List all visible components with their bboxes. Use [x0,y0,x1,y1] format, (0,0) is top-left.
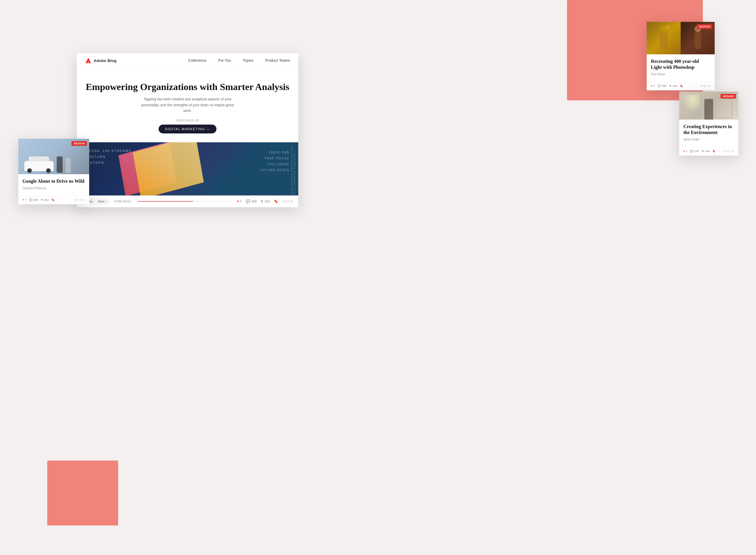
comment-count-photoshop: 193 [662,84,666,87]
article-body-environment: Creating Experiences in the Environment … [679,120,738,147]
hero-section: Empowering Organizations with Smarter An… [77,68,298,142]
comment-icon: 💬 [246,199,250,203]
comment-icon-environment: 💬 [690,150,694,153]
heart-icon-photoshop: ♥ [651,84,653,87]
strip-vertical-text: EMPOWERING ORGANIZATIONS WITH SMARTER AN… [291,142,296,196]
share-action-google[interactable]: ⬆ 214 [41,199,48,201]
read-time: 8 MIN READ [114,200,131,203]
article-title-environment: Creating Experiences in the Environment [683,124,734,135]
article-card-environment: DESIGN Creating Experiences in the Envir… [679,91,738,156]
like-action-environment[interactable]: ♥ 1 [683,150,687,153]
blog-logo-text: Adobe Blog [94,58,117,63]
share-count-environment: 214 [705,150,709,153]
env-figure [704,99,713,120]
person1-figure [57,157,62,173]
art-img-left [647,22,681,54]
comment-action[interactable]: 💬 193 [246,199,257,203]
article-img-photoshop: DESIGN [647,22,715,54]
article-date-google: 10-12-16 [74,199,85,201]
strip-geometric-gold [133,142,204,196]
car-wheel-rear [46,168,51,173]
progress-bar-fill [138,201,194,202]
card-bottom-bar: < Prev Next > 8 MIN READ ♥ 7 💬 193 ⬆ 214… [77,196,298,207]
bottom-actions: ♥ 7 💬 193 ⬆ 214 🔖 10-12-16 [237,199,293,203]
art-figure-left-icon [657,25,671,51]
article-footer-photoshop: ♥ 7 💬 193 ⬆ 214 🔖 10-12-16 [647,82,715,90]
svg-rect-3 [660,33,668,49]
bookmark-action-photoshop[interactable]: 🔖 [680,84,683,87]
nav-topics[interactable]: Topics [243,58,253,62]
article-author-google: Caroline Porteous [23,186,85,190]
comment-action-google[interactable]: 💬 193 [29,199,38,201]
share-icon-photoshop: ⬆ [669,84,672,87]
bookmark-icon-google: 🔖 [51,199,55,201]
bookmark-action[interactable]: 🔖 [274,199,278,203]
share-count-photoshop: 214 [672,84,677,87]
progress-bar [138,201,230,202]
adobe-logo-icon [85,57,91,64]
article-title-photoshop: Recreating 400 year-old Light with Photo… [651,58,711,70]
article-card-google: DESIGN Google About to Drive us Wild Car… [18,139,89,204]
featured-badge[interactable]: DIGITAL MARKETING [159,125,217,133]
article-date: 10-12-16 [282,200,293,203]
comment-count: 193 [252,200,257,203]
comment-count-google: 193 [33,199,38,201]
article-card-photoshop: DESIGN Recreating 400 year-old Light wit… [647,22,715,90]
hero-subtitle: Tapping into both creative and analytica… [137,96,238,114]
comment-action-photoshop[interactable]: 💬 193 [658,84,666,87]
blog-logo: Adobe Blog [85,57,117,64]
svg-rect-6 [695,32,701,49]
share-icon-environment: ⬆ [702,150,704,153]
article-date-environment: 10-12-16 [723,150,734,153]
like-action[interactable]: ♥ 7 [237,199,242,203]
share-icon-google: ⬆ [41,199,43,201]
article-date-photoshop: 10-12-16 [700,84,711,87]
google-car-illustration [24,157,54,171]
main-blog-card: Adobe Blog Collections For You Topics Pr… [77,53,298,207]
article-footer-environment: ♥ 1 💬 133 ⬆ 214 🔖 10-12-16 [679,147,738,156]
like-count-environment: 1 [686,150,687,153]
like-action-google[interactable]: ♥ 7 [23,199,26,201]
design-badge-photoshop: DESIGN [697,24,712,29]
design-badge-environment: DESIGN [721,94,736,98]
like-count-photoshop: 7 [653,84,655,87]
article-body-photoshop: Recreating 400 year-old Light with Photo… [647,54,715,82]
bookmark-icon-photoshop: 🔖 [680,84,683,87]
blog-header: Adobe Blog Collections For You Topics Pr… [77,53,298,68]
article-body-google: Google About to Drive us Wild Caroline P… [18,174,89,196]
featured-label: Featured in [85,119,290,122]
like-count: 7 [240,200,242,203]
car-wheel-front [27,168,32,173]
comment-action-environment[interactable]: 💬 133 [690,150,699,153]
share-action[interactable]: ⬆ 214 [260,199,269,203]
share-count: 214 [265,200,269,203]
share-action-photoshop[interactable]: ⬆ 214 [669,84,677,87]
comment-count-environment: 133 [694,150,699,153]
nav-collections[interactable]: Collections [188,58,206,62]
article-author-photoshop: Terri Stone [651,73,711,76]
heart-icon-google: ♥ [23,199,24,201]
share-icon: ⬆ [260,199,263,203]
hero-title: Empowering Organizations with Smarter An… [85,81,290,92]
comment-icon-photoshop: 💬 [658,84,661,87]
article-img-google: DESIGN [18,139,89,174]
blog-nav: Collections For You Topics Product Teams [188,58,290,62]
like-count-google: 7 [25,199,26,201]
article-author-environment: Steve Smith [683,138,734,141]
heart-icon: ♥ [237,199,239,203]
share-action-environment[interactable]: ⬆ 214 [702,150,709,153]
bookmark-icon: 🔖 [274,199,278,203]
bookmark-action-google[interactable]: 🔖 [51,199,55,201]
bookmark-action-environment[interactable]: 🔖 [712,150,716,153]
article-img-environment: DESIGN [679,91,738,120]
design-badge-google: DESIGN [72,141,87,146]
strip-text-right: INDIE R&BTRAP HOUSECHILLWAVEFUTURE BEATS [260,150,289,173]
share-count-google: 214 [44,199,48,201]
env-light [682,94,700,112]
nav-for-you[interactable]: For You [218,58,231,62]
comment-icon-google: 💬 [29,199,33,201]
like-action-photoshop[interactable]: ♥ 7 [651,84,655,87]
strip-text-left: ODESSA, 190 streamsIN RETURNGR ETERN... [83,148,131,166]
next-button[interactable]: Next > [96,199,109,204]
nav-product-teams[interactable]: Product Teams [265,58,290,62]
